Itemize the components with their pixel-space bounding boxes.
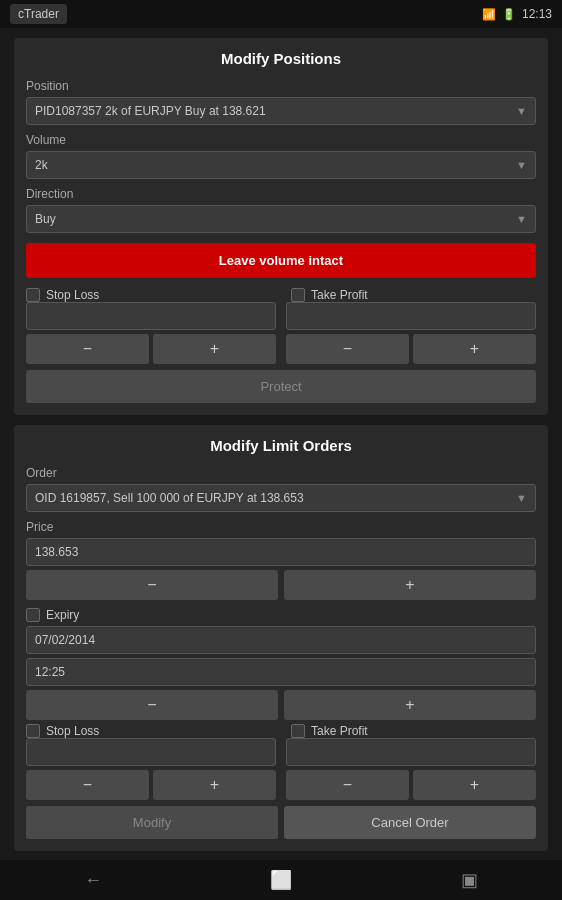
direction-label: Direction — [26, 187, 536, 201]
limit-stop-loss-checkbox-item: Stop Loss — [26, 724, 271, 738]
direction-value: Buy — [35, 212, 56, 226]
volume-dropdown[interactable]: 2k ▼ — [26, 151, 536, 179]
volume-value: 2k — [35, 158, 48, 172]
position-dropdown-arrow: ▼ — [516, 105, 527, 117]
limit-sl-tp-pm-row: − + − + — [26, 770, 536, 800]
position-dropdown[interactable]: PID1087357 2k of EURJPY Buy at 138.621 ▼ — [26, 97, 536, 125]
position-value: PID1087357 2k of EURJPY Buy at 138.621 — [35, 104, 266, 118]
tp-pm-group: − + — [286, 334, 536, 364]
expiry-check-row: Expiry — [26, 608, 536, 622]
price-label: Price — [26, 520, 536, 534]
take-profit-checkbox-item: Take Profit — [291, 288, 536, 302]
direction-dropdown-arrow: ▼ — [516, 213, 527, 225]
order-label: Order — [26, 466, 536, 480]
wifi-icon: 📶 — [482, 8, 496, 21]
limit-stop-loss-label: Stop Loss — [46, 724, 99, 738]
time-display: 12:13 — [522, 7, 552, 21]
direction-dropdown[interactable]: Buy ▼ — [26, 205, 536, 233]
status-bar: cTrader 📶 🔋 12:13 — [0, 0, 562, 28]
bottom-nav: ← ⬜ ▣ — [0, 860, 562, 900]
stop-loss-checkbox-item: Stop Loss — [26, 288, 271, 302]
modify-button[interactable]: Modify — [26, 806, 278, 839]
expiry-date-input[interactable] — [26, 626, 536, 654]
status-right: 📶 🔋 12:13 — [482, 7, 552, 21]
sl-pm-group: − + — [26, 334, 276, 364]
expiry-minus-btn[interactable]: − — [26, 690, 278, 720]
tp-minus-btn[interactable]: − — [286, 334, 409, 364]
cancel-order-button[interactable]: Cancel Order — [284, 806, 536, 839]
price-pm-row: − + — [26, 570, 536, 600]
limit-sl-plus-btn[interactable]: + — [153, 770, 276, 800]
app-name: cTrader — [10, 4, 67, 24]
limit-take-profit-checkbox-item: Take Profit — [291, 724, 536, 738]
expiry-plus-btn[interactable]: + — [284, 690, 536, 720]
expiry-checkbox[interactable] — [26, 608, 40, 622]
expiry-label: Expiry — [46, 608, 79, 622]
limit-sl-input-col — [26, 738, 276, 770]
limit-tp-pm-group: − + — [286, 770, 536, 800]
limit-sl-pm-group: − + — [26, 770, 276, 800]
order-dropdown[interactable]: OID 1619857, Sell 100 000 of EURJPY at 1… — [26, 484, 536, 512]
limit-sl-minus-btn[interactable]: − — [26, 770, 149, 800]
limit-stop-loss-input[interactable] — [26, 738, 276, 766]
modify-positions-section: Modify Positions Position PID1087357 2k … — [14, 38, 548, 415]
price-plus-btn[interactable]: + — [284, 570, 536, 600]
sl-minus-btn[interactable]: − — [26, 334, 149, 364]
limit-take-profit-label: Take Profit — [311, 724, 368, 738]
volume-dropdown-arrow: ▼ — [516, 159, 527, 171]
stop-loss-input[interactable] — [26, 302, 276, 330]
limit-stop-loss-checkbox[interactable] — [26, 724, 40, 738]
modify-positions-title: Modify Positions — [26, 50, 536, 67]
limit-take-profit-input[interactable] — [286, 738, 536, 766]
position-label: Position — [26, 79, 536, 93]
sl-tp-inputs — [26, 302, 536, 334]
order-value: OID 1619857, Sell 100 000 of EURJPY at 1… — [35, 491, 304, 505]
battery-icon: 🔋 — [502, 8, 516, 21]
stop-loss-checkbox[interactable] — [26, 288, 40, 302]
modify-limit-orders-title: Modify Limit Orders — [26, 437, 536, 454]
expiry-time-input[interactable] — [26, 658, 536, 686]
sl-plus-btn[interactable]: + — [153, 334, 276, 364]
price-input[interactable] — [26, 538, 536, 566]
limit-action-buttons: Modify Cancel Order — [26, 806, 536, 839]
tp-plus-btn[interactable]: + — [413, 334, 536, 364]
protect-button[interactable]: Protect — [26, 370, 536, 403]
stop-loss-label: Stop Loss — [46, 288, 99, 302]
expiry-pm-row: − + — [26, 690, 536, 720]
take-profit-checkbox[interactable] — [291, 288, 305, 302]
limit-sl-tp-checkbox-row: Stop Loss Take Profit — [26, 724, 536, 738]
tp-input-col — [286, 302, 536, 334]
home-icon[interactable]: ⬜ — [270, 869, 292, 891]
back-icon[interactable]: ← — [84, 870, 102, 891]
price-minus-btn[interactable]: − — [26, 570, 278, 600]
sl-input-col — [26, 302, 276, 334]
order-dropdown-arrow: ▼ — [516, 492, 527, 504]
limit-take-profit-checkbox[interactable] — [291, 724, 305, 738]
limit-tp-input-col — [286, 738, 536, 770]
leave-volume-button[interactable]: Leave volume intact — [26, 243, 536, 278]
limit-sl-tp-inputs — [26, 738, 536, 770]
recent-icon[interactable]: ▣ — [461, 869, 478, 891]
sl-tp-checkbox-row: Stop Loss Take Profit — [26, 288, 536, 302]
take-profit-label: Take Profit — [311, 288, 368, 302]
modify-limit-orders-section: Modify Limit Orders Order OID 1619857, S… — [14, 425, 548, 851]
main-content: Modify Positions Position PID1087357 2k … — [0, 28, 562, 860]
sl-tp-pm-row: − + − + — [26, 334, 536, 364]
limit-tp-minus-btn[interactable]: − — [286, 770, 409, 800]
take-profit-input[interactable] — [286, 302, 536, 330]
volume-label: Volume — [26, 133, 536, 147]
limit-tp-plus-btn[interactable]: + — [413, 770, 536, 800]
